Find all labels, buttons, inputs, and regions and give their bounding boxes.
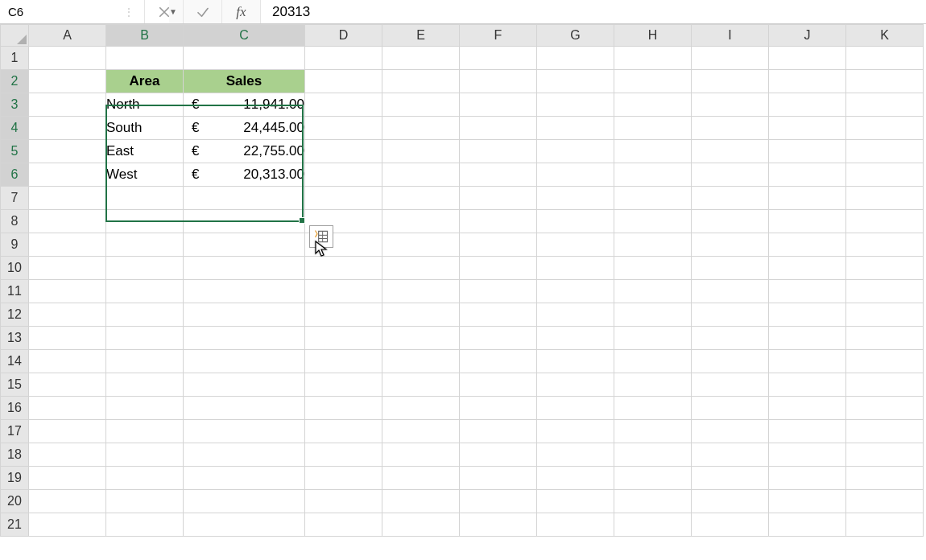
- cell-J8[interactable]: [769, 210, 846, 233]
- cell-D17[interactable]: [305, 420, 382, 443]
- cell-C16[interactable]: [184, 397, 305, 420]
- cell-F9[interactable]: [460, 233, 537, 257]
- cancel-button[interactable]: [145, 0, 184, 23]
- cell-K16[interactable]: [846, 397, 924, 420]
- cell-H8[interactable]: [614, 210, 692, 233]
- cell-J10[interactable]: [769, 257, 846, 280]
- row-header-20[interactable]: 20: [1, 490, 29, 513]
- column-header-A[interactable]: A: [29, 25, 106, 47]
- cell-K1[interactable]: [846, 47, 924, 70]
- cell-K4[interactable]: [846, 117, 924, 140]
- cell-B3[interactable]: North: [106, 93, 184, 117]
- column-header-D[interactable]: D: [305, 25, 382, 47]
- cell-J20[interactable]: [769, 490, 846, 513]
- cell-E12[interactable]: [382, 303, 460, 327]
- cell-K18[interactable]: [846, 443, 924, 467]
- cell-H18[interactable]: [614, 443, 692, 467]
- cell-G21[interactable]: [537, 513, 614, 537]
- cell-G6[interactable]: [537, 163, 614, 187]
- cell-B16[interactable]: [106, 397, 184, 420]
- row-header-17[interactable]: 17: [1, 420, 29, 443]
- cell-J9[interactable]: [769, 233, 846, 257]
- cell-G20[interactable]: [537, 490, 614, 513]
- cell-K13[interactable]: [846, 327, 924, 350]
- cell-A13[interactable]: [29, 327, 106, 350]
- cell-E5[interactable]: [382, 140, 460, 163]
- cell-E14[interactable]: [382, 350, 460, 373]
- cell-E16[interactable]: [382, 397, 460, 420]
- row-header-13[interactable]: 13: [1, 327, 29, 350]
- cell-G16[interactable]: [537, 397, 614, 420]
- cell-J2[interactable]: [769, 70, 846, 93]
- cell-D20[interactable]: [305, 490, 382, 513]
- cell-A2[interactable]: [29, 70, 106, 93]
- cell-F21[interactable]: [460, 513, 537, 537]
- cell-D3[interactable]: [305, 93, 382, 117]
- cell-A21[interactable]: [29, 513, 106, 537]
- cell-C12[interactable]: [184, 303, 305, 327]
- cell-H20[interactable]: [614, 490, 692, 513]
- cell-K3[interactable]: [846, 93, 924, 117]
- cell-A6[interactable]: [29, 163, 106, 187]
- cell-H1[interactable]: [614, 47, 692, 70]
- cell-G9[interactable]: [537, 233, 614, 257]
- row-header-14[interactable]: 14: [1, 350, 29, 373]
- cell-I2[interactable]: [692, 70, 769, 93]
- enter-button[interactable]: [184, 0, 222, 23]
- cell-H5[interactable]: [614, 140, 692, 163]
- cell-E17[interactable]: [382, 420, 460, 443]
- cell-K12[interactable]: [846, 303, 924, 327]
- column-header-G[interactable]: G: [537, 25, 614, 47]
- cell-F3[interactable]: [460, 93, 537, 117]
- cell-C15[interactable]: [184, 373, 305, 397]
- cell-H10[interactable]: [614, 257, 692, 280]
- cell-I1[interactable]: [692, 47, 769, 70]
- cell-B8[interactable]: [106, 210, 184, 233]
- cell-G18[interactable]: [537, 443, 614, 467]
- cell-A19[interactable]: [29, 467, 106, 490]
- cell-I15[interactable]: [692, 373, 769, 397]
- row-header-19[interactable]: 19: [1, 467, 29, 490]
- cell-F6[interactable]: [460, 163, 537, 187]
- column-header-C[interactable]: C: [184, 25, 305, 47]
- cell-E7[interactable]: [382, 187, 460, 210]
- cell-G2[interactable]: [537, 70, 614, 93]
- cell-B7[interactable]: [106, 187, 184, 210]
- row-header-15[interactable]: 15: [1, 373, 29, 397]
- cell-A20[interactable]: [29, 490, 106, 513]
- spreadsheet-grid[interactable]: ABCDEFGHIJK12AreaSales3North€11,941.004S…: [0, 24, 926, 560]
- cell-G12[interactable]: [537, 303, 614, 327]
- cell-B19[interactable]: [106, 467, 184, 490]
- cell-C2[interactable]: Sales: [184, 70, 305, 93]
- cell-F18[interactable]: [460, 443, 537, 467]
- cell-F15[interactable]: [460, 373, 537, 397]
- cell-C19[interactable]: [184, 467, 305, 490]
- cell-J7[interactable]: [769, 187, 846, 210]
- cell-J1[interactable]: [769, 47, 846, 70]
- cell-E6[interactable]: [382, 163, 460, 187]
- cell-D15[interactable]: [305, 373, 382, 397]
- cell-J19[interactable]: [769, 467, 846, 490]
- cell-C4[interactable]: €24,445.00: [184, 117, 305, 140]
- row-header-1[interactable]: 1: [1, 47, 29, 70]
- cell-H19[interactable]: [614, 467, 692, 490]
- cell-E13[interactable]: [382, 327, 460, 350]
- cell-K11[interactable]: [846, 280, 924, 303]
- cell-K20[interactable]: [846, 490, 924, 513]
- cell-J16[interactable]: [769, 397, 846, 420]
- cell-D5[interactable]: [305, 140, 382, 163]
- column-header-I[interactable]: I: [692, 25, 769, 47]
- cell-F11[interactable]: [460, 280, 537, 303]
- cell-G19[interactable]: [537, 467, 614, 490]
- row-header-5[interactable]: 5: [1, 140, 29, 163]
- cell-E21[interactable]: [382, 513, 460, 537]
- cell-G11[interactable]: [537, 280, 614, 303]
- row-header-8[interactable]: 8: [1, 210, 29, 233]
- row-header-21[interactable]: 21: [1, 513, 29, 537]
- cell-F13[interactable]: [460, 327, 537, 350]
- insert-function-button[interactable]: fx: [222, 0, 261, 23]
- cell-J5[interactable]: [769, 140, 846, 163]
- cell-C11[interactable]: [184, 280, 305, 303]
- cell-I19[interactable]: [692, 467, 769, 490]
- row-header-11[interactable]: 11: [1, 280, 29, 303]
